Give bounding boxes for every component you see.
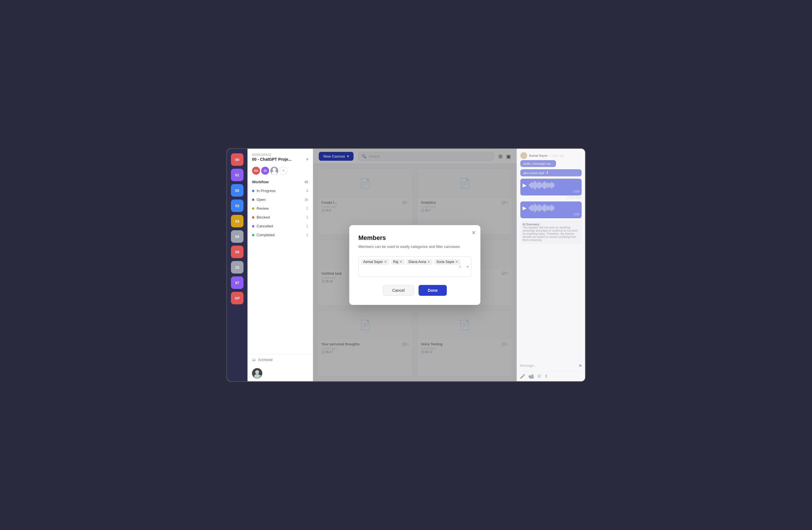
add-member-button[interactable]: + — [279, 167, 287, 175]
cancel-button[interactable]: Cancel — [383, 285, 414, 296]
timestamp: 23-03-2023 — [520, 196, 582, 199]
send-icon[interactable]: ➤ — [579, 363, 582, 368]
user-profile-row[interactable] — [247, 365, 313, 381]
avatar: DI — [261, 167, 269, 175]
modal-overlay: ✕ Members Members can be used to easily … — [313, 149, 517, 381]
rail-item-03[interactable]: 03 — [231, 200, 244, 212]
member-tag: Soria Sayer✕ — [434, 259, 461, 265]
status-list: In Progress4Open36Review2Blocked1Cancell… — [247, 186, 313, 354]
sidebar-status-review[interactable]: Review2 — [247, 204, 313, 213]
member-tag: Raj✕ — [391, 259, 405, 265]
rail-item-97[interactable]: 97 — [231, 276, 244, 289]
main-content: New Canvas ▾ 🔍 Search ⊞ ▣ 📄 Create f... … — [313, 149, 517, 381]
avatar: RA — [252, 167, 260, 175]
archived-row[interactable]: 🗂 Archived — [247, 354, 313, 365]
clear-tags-button[interactable]: ✕ — [458, 264, 462, 269]
workspace-name[interactable]: 00 - ChatGPT Proje... ▾ — [252, 157, 308, 162]
chat-username: Aemal Sayer — [529, 154, 548, 157]
chevron-down-icon[interactable]: ▾ — [306, 157, 308, 162]
rail-item-AP[interactable]: AP — [231, 292, 244, 304]
chat-messages: Aemal Sayer 2 years ago audio_message.mp… — [517, 149, 585, 359]
sidebar-status-open[interactable]: Open36 — [247, 195, 313, 204]
download-icon[interactable]: ⬇ — [546, 171, 549, 175]
members-modal: ✕ Members Members can be used to easily … — [349, 225, 480, 305]
rail-item-02[interactable]: 02 — [231, 184, 244, 196]
rail-item-10[interactable]: 10 — [231, 261, 244, 274]
sidebar-status-cancelled[interactable]: Cancelled1 — [247, 222, 313, 231]
rail-item-09[interactable]: 09 — [231, 246, 244, 258]
ai-summary: AI Summary: The speaker did not work on … — [520, 221, 582, 244]
audio-duration-2: 0:08 — [523, 213, 579, 216]
chat-avatar — [520, 152, 527, 159]
chat-time: 2 years ago — [549, 154, 564, 157]
workflow-label: Workflow — [252, 180, 269, 184]
user-avatar — [252, 368, 262, 379]
icon-rail: 000102030405091097AP — [227, 149, 247, 381]
member-tag: Diana Anna✕ — [406, 259, 433, 265]
file-bubble-2[interactable]: alex-voice.mp4 ⬇ — [520, 169, 582, 176]
rail-item-04[interactable]: 04 — [231, 215, 244, 227]
chat-input-row[interactable]: ➤ — [517, 359, 585, 371]
avatar — [270, 167, 278, 175]
chat-panel: Aemal Sayer 2 years ago audio_message.mp… — [517, 149, 585, 381]
done-button[interactable]: Done — [419, 285, 447, 296]
audio-player-2[interactable]: ▶ 0:08 — [520, 202, 582, 218]
sidebar-status-in-progress[interactable]: In Progress4 — [247, 186, 313, 195]
modal-title: Members — [358, 234, 471, 241]
modal-buttons: Cancel Done — [358, 285, 471, 296]
mic-icon[interactable]: 🎤 — [520, 373, 525, 379]
share-icon[interactable]: ⬆ — [544, 373, 548, 379]
archive-icon: 🗂 — [252, 358, 256, 362]
file-bubble[interactable]: audio_message.mp... — [520, 160, 556, 167]
modal-description: Members can be used to easily categorize… — [358, 244, 471, 250]
screen-icon[interactable]: 🖥 — [537, 373, 541, 379]
dropdown-button[interactable]: ▾ — [467, 264, 469, 269]
ai-label: AI Summary: — [523, 223, 540, 226]
online-indicator — [259, 375, 262, 378]
workflow-count: 45 — [304, 180, 308, 184]
svg-point-0 — [273, 168, 276, 171]
sidebar: Workspace 00 - ChatGPT Proje... ▾ RA DI … — [247, 149, 313, 381]
workflow-header: Workflow 45 — [247, 178, 313, 186]
workspace-label: Workspace — [252, 153, 308, 157]
remove-tag-button[interactable]: ✕ — [427, 260, 430, 264]
play-icon[interactable]: ▶ — [523, 182, 526, 188]
rail-item-01[interactable]: 01 — [231, 169, 244, 181]
rail-item-00[interactable]: 00 — [231, 153, 244, 166]
chat-actions: 🎤 📹 🖥 ⬆ — [517, 371, 585, 381]
sidebar-status-completed[interactable]: Completed1 — [247, 231, 313, 239]
play-icon[interactable]: ▶ — [523, 205, 526, 211]
audio-duration: 0:04 — [523, 190, 579, 193]
chat-message: Aemal Sayer 2 years ago audio_message.mp… — [520, 152, 582, 244]
video-icon[interactable]: 📹 — [528, 373, 534, 379]
remove-tag-button[interactable]: ✕ — [455, 260, 458, 264]
close-button[interactable]: ✕ — [472, 230, 476, 236]
members-input[interactable]: Aemal Sayer✕Raj✕Diana Anna✕Soria Sayer✕✕… — [358, 256, 471, 277]
avatar-row: RA DI + — [247, 164, 313, 178]
archived-label: Archived — [258, 358, 273, 362]
audio-player-1[interactable]: ▶ 0:04 — [520, 179, 582, 195]
svg-point-3 — [255, 370, 259, 374]
sidebar-status-blocked[interactable]: Blocked1 — [247, 213, 313, 222]
rail-item-05[interactable]: 05 — [231, 230, 244, 243]
message-input[interactable] — [520, 364, 579, 368]
ai-summary-text: The speaker did not work on anything yes… — [523, 226, 578, 241]
svg-point-1 — [272, 171, 277, 175]
remove-tag-button[interactable]: ✕ — [384, 260, 387, 264]
member-tag: Aemal Sayer✕ — [361, 259, 389, 265]
remove-tag-button[interactable]: ✕ — [400, 260, 402, 264]
